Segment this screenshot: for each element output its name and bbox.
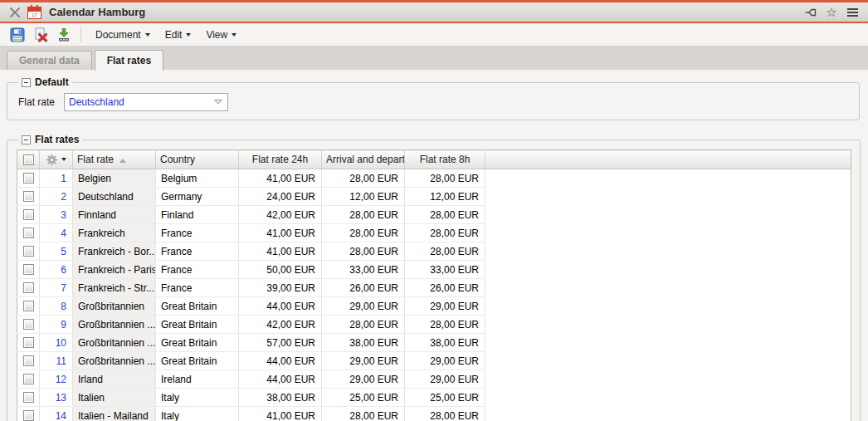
row-checkbox[interactable] — [23, 173, 34, 184]
tab-strip: General data Flat rates — [0, 47, 868, 70]
table-row[interactable]: 2 Deutschland Germany 24,00 EUR 12,00 EU… — [17, 188, 851, 206]
row-checkbox[interactable] — [23, 410, 34, 421]
cell-rate-24h: 41,00 EUR — [239, 169, 322, 188]
cell-country: Great Britain — [156, 316, 239, 334]
cell-rate-24h: 24,00 EUR — [239, 188, 322, 206]
titlebar: 17 Calendar Hamburg ☆ — [0, 0, 868, 23]
column-menu-header — [40, 150, 73, 169]
row-filler — [485, 316, 851, 334]
grid-settings-button[interactable] — [44, 154, 68, 166]
cell-flat-rate: Frankreich - Str... — [73, 279, 156, 297]
collapse-icon[interactable] — [22, 135, 31, 144]
table-row[interactable]: 4 Frankreich France 41,00 EUR 28,00 EUR … — [17, 224, 851, 242]
flat-rate-combobox[interactable]: Deutschland — [64, 93, 228, 111]
row-number: 7 — [40, 279, 73, 297]
cell-rate-24h: 41,00 EUR — [239, 407, 322, 421]
column-header-rate-8h[interactable]: Flat rate 8h — [405, 150, 485, 169]
row-checkbox[interactable] — [23, 301, 34, 311]
row-checkbox-cell — [17, 407, 40, 421]
table-row[interactable]: 8 Großbritannien Great Britain 44,00 EUR… — [17, 297, 851, 316]
table-row[interactable]: 3 Finnland Finland 42,00 EUR 28,00 EUR 2… — [17, 206, 851, 224]
table-row[interactable]: 11 Großbritannien ... Great Britain 44,0… — [17, 352, 851, 370]
row-filler — [485, 261, 851, 279]
row-number: 12 — [40, 370, 73, 389]
table-row[interactable]: 6 Frankreich - Paris France 50,00 EUR 33… — [17, 261, 851, 279]
table-row[interactable]: 10 Großbritannien ... Great Britain 57,0… — [17, 334, 851, 352]
toolbar: Document Edit View — [0, 23, 868, 47]
chevron-down-icon — [186, 33, 191, 37]
row-number: 10 — [40, 334, 73, 352]
row-checkbox[interactable] — [23, 191, 34, 202]
save-button[interactable] — [7, 26, 27, 44]
flat-rate-label: Flat rate — [18, 96, 55, 108]
cell-rate-8h: 26,00 EUR — [405, 279, 485, 297]
row-checkbox-cell — [17, 188, 40, 206]
cell-rate-24h: 41,00 EUR — [239, 224, 322, 242]
cell-rate-8h: 28,00 EUR — [405, 169, 485, 188]
table-row[interactable]: 9 Großbritannien ... Great Britain 42,00… — [17, 316, 851, 334]
row-number: 8 — [40, 297, 73, 316]
cell-rate-8h: 25,00 EUR — [405, 389, 485, 407]
menu-icon[interactable] — [845, 5, 860, 20]
table-row[interactable]: 13 Italien Italy 38,00 EUR 25,00 EUR 25,… — [17, 389, 851, 407]
flat-rates-table: Flat rate Country Flat rate 24h Arrival … — [17, 149, 851, 421]
import-button[interactable] — [54, 26, 74, 44]
row-checkbox[interactable] — [23, 246, 34, 257]
cell-rate-24h: 44,00 EUR — [239, 352, 322, 370]
row-checkbox[interactable] — [23, 282, 34, 293]
menu-view[interactable]: View — [198, 27, 244, 43]
row-filler — [485, 407, 851, 421]
cell-rate-8h: 29,00 EUR — [405, 352, 485, 370]
row-filler — [485, 188, 851, 206]
table-row[interactable]: 12 Irland Ireland 44,00 EUR 29,00 EUR 29… — [17, 370, 851, 389]
row-number: 4 — [40, 224, 73, 242]
row-number: 13 — [40, 389, 73, 407]
import-icon — [56, 27, 71, 42]
row-checkbox[interactable] — [23, 355, 34, 366]
star-icon[interactable]: ☆ — [824, 5, 839, 20]
row-checkbox[interactable] — [23, 374, 34, 384]
column-header-flat-rate[interactable]: Flat rate — [73, 150, 156, 169]
cell-flat-rate: Großbritannien ... — [73, 316, 156, 334]
combobox-chevron-icon[interactable] — [209, 94, 227, 110]
row-checkbox[interactable] — [23, 209, 34, 220]
pin-icon[interactable] — [803, 5, 818, 20]
menu-edit[interactable]: Edit — [158, 27, 199, 43]
table-row[interactable]: 5 Frankreich - Bor... France 41,00 EUR 2… — [17, 242, 851, 261]
column-header-rate-24h[interactable]: Flat rate 24h — [239, 150, 322, 169]
column-header-arrival-departure[interactable]: Arrival and departu — [322, 150, 405, 169]
tab-general-data[interactable]: General data — [7, 51, 92, 70]
row-checkbox[interactable] — [23, 228, 34, 238]
discard-button[interactable] — [31, 26, 51, 44]
cell-country: Belgium — [156, 169, 239, 188]
row-checkbox[interactable] — [23, 337, 34, 348]
row-checkbox[interactable] — [23, 392, 34, 403]
app-window: 17 Calendar Hamburg ☆ — [0, 0, 868, 421]
row-checkbox-cell — [17, 334, 40, 352]
cell-rate-8h: 28,00 EUR — [405, 407, 485, 421]
collapse-icon[interactable] — [22, 78, 31, 87]
close-icon[interactable] — [8, 6, 22, 19]
tab-flat-rates[interactable]: Flat rates — [95, 50, 163, 71]
cell-rate-24h: 42,00 EUR — [239, 206, 322, 224]
cell-country: France — [156, 224, 239, 242]
cell-flat-rate: Deutschland — [73, 188, 156, 206]
row-checkbox[interactable] — [23, 264, 34, 275]
table-row[interactable]: 14 Italien - Mailand Italy 41,00 EUR 28,… — [17, 407, 851, 421]
row-checkbox-cell — [17, 242, 40, 261]
row-checkbox-cell — [17, 169, 40, 188]
cell-arrival-departure: 12,00 EUR — [322, 188, 405, 206]
table-header-row: Flat rate Country Flat rate 24h Arrival … — [17, 150, 851, 169]
column-header-country[interactable]: Country — [156, 150, 239, 169]
row-filler — [485, 169, 851, 188]
row-number: 3 — [40, 206, 73, 224]
select-all-checkbox[interactable] — [23, 154, 34, 165]
save-icon — [10, 27, 25, 42]
row-checkbox[interactable] — [23, 319, 34, 330]
menu-document[interactable]: Document — [88, 27, 158, 43]
menu-document-label: Document — [95, 29, 141, 41]
table-row[interactable]: 7 Frankreich - Str... France 39,00 EUR 2… — [17, 279, 851, 297]
table-row[interactable]: 1 Belgien Belgium 41,00 EUR 28,00 EUR 28… — [17, 169, 851, 188]
cell-arrival-departure: 28,00 EUR — [322, 224, 405, 242]
cell-flat-rate: Frankreich - Bor... — [73, 242, 156, 261]
